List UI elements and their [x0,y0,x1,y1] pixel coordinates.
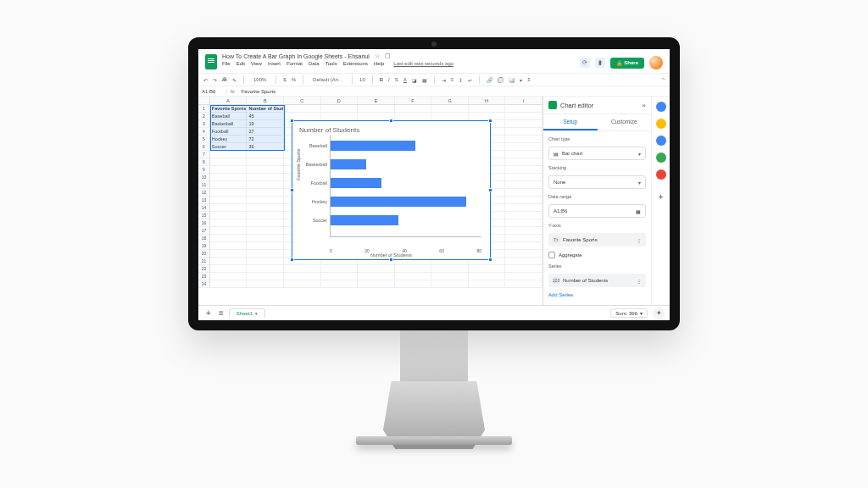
cell[interactable] [431,273,469,280]
cell[interactable] [469,113,506,120]
resize-handle[interactable] [488,188,492,192]
cell[interactable]: Football [210,128,248,136]
col-header[interactable]: G [431,97,469,104]
italic-icon[interactable]: I [388,77,390,82]
cell[interactable] [247,219,284,227]
menu-insert[interactable]: Insert [268,61,281,66]
cell[interactable] [247,158,284,166]
more-icon[interactable]: ⋮ [637,278,642,284]
font-select[interactable]: Default (Ari... [310,76,345,83]
cell[interactable] [431,280,469,288]
resize-handle[interactable] [389,258,393,262]
add-sheet-button[interactable]: + [203,308,214,319]
col-header[interactable]: C [284,97,321,104]
cell[interactable]: Basketball [210,120,248,128]
tasks-icon[interactable] [656,136,666,146]
fontsize-input[interactable]: 10 [359,77,365,82]
account-avatar[interactable] [649,56,663,69]
currency-icon[interactable]: $ [283,77,286,82]
cell[interactable] [247,197,284,204]
col-header[interactable]: H [469,97,506,104]
cell[interactable] [210,250,248,258]
cell[interactable] [247,273,284,280]
chart-icon[interactable]: 📊 [509,77,515,83]
last-edit-link[interactable]: Last edit was seconds ago [393,61,453,66]
row-header[interactable]: 6 [198,143,210,151]
cell[interactable] [284,280,321,288]
row-header[interactable]: 24 [198,280,210,288]
cell[interactable] [210,227,248,235]
cell[interactable] [321,113,359,120]
cell[interactable] [395,280,432,288]
cell[interactable] [210,235,248,242]
spreadsheet-grid[interactable]: A B C D E F G H I 1Favorite SportsNumber… [198,97,542,305]
cell[interactable] [321,273,359,280]
history-icon[interactable]: ⟳ [580,58,590,68]
cell[interactable] [210,197,248,204]
resize-handle[interactable] [488,119,492,123]
cell[interactable] [505,120,542,128]
row-header[interactable]: 10 [198,174,210,181]
strike-icon[interactable]: S [395,77,398,82]
cell[interactable] [431,113,469,120]
cell[interactable] [505,151,542,158]
cell[interactable] [210,212,248,219]
cell[interactable] [210,219,248,227]
data-range-input[interactable]: A1:B6 ▦ [548,204,646,218]
cell[interactable] [210,158,248,166]
bold-icon[interactable]: B [380,77,383,82]
cell[interactable] [431,105,469,113]
cell[interactable] [210,166,248,174]
yaxis-chip[interactable]: Tт Favorite Sports ⋮ [548,233,646,247]
col-header[interactable]: I [505,97,542,104]
row-header[interactable]: 4 [198,128,210,136]
row-header[interactable]: 12 [198,189,210,197]
row-header[interactable]: 5 [198,136,210,143]
cell[interactable] [505,174,542,181]
row-header[interactable]: 20 [198,250,210,258]
col-header[interactable]: D [321,97,359,104]
contacts-icon[interactable] [656,152,666,163]
cell[interactable] [505,242,542,250]
row-header[interactable]: 11 [198,181,210,189]
sheets-logo-icon[interactable] [205,54,217,69]
cell[interactable] [247,151,284,158]
cell[interactable] [469,273,506,280]
cell[interactable] [469,265,506,273]
cell[interactable] [247,227,284,235]
cell[interactable] [505,258,542,265]
cell[interactable] [505,212,542,219]
wrap-icon[interactable]: ↩ [468,77,472,83]
textcolor-icon[interactable]: A [403,77,407,82]
cell[interactable]: Baseball [210,113,248,120]
cell[interactable]: 19 [247,120,284,128]
explore-button[interactable]: ✦ [653,308,665,319]
grid-icon[interactable]: ▦ [636,208,641,214]
cell[interactable] [505,105,542,113]
row-header[interactable]: 3 [198,120,210,128]
menu-edit[interactable]: Edit [236,61,245,66]
comment-icon[interactable]: 💬 [498,77,504,83]
cell[interactable] [210,242,248,250]
all-sheets-icon[interactable]: ≡ [219,308,224,318]
cell[interactable] [247,174,284,181]
row-header[interactable]: 18 [198,235,210,242]
cell[interactable] [321,265,359,273]
cell[interactable] [210,273,248,280]
cell[interactable] [210,280,248,288]
row-header[interactable]: 1 [198,105,210,113]
cell[interactable] [505,128,542,136]
cell[interactable] [358,273,395,280]
cell[interactable] [284,273,321,280]
cell[interactable] [321,105,359,113]
resize-handle[interactable] [290,119,294,123]
resize-handle[interactable] [389,119,393,123]
cell[interactable] [505,143,542,151]
zoom-select[interactable]: 100% [251,76,269,83]
cell[interactable] [210,265,248,273]
cell[interactable] [469,105,506,113]
cell[interactable] [505,136,542,143]
select-all-corner[interactable] [198,97,210,104]
menu-file[interactable]: File [222,61,231,66]
add-series-link[interactable]: Add Series [548,292,646,297]
